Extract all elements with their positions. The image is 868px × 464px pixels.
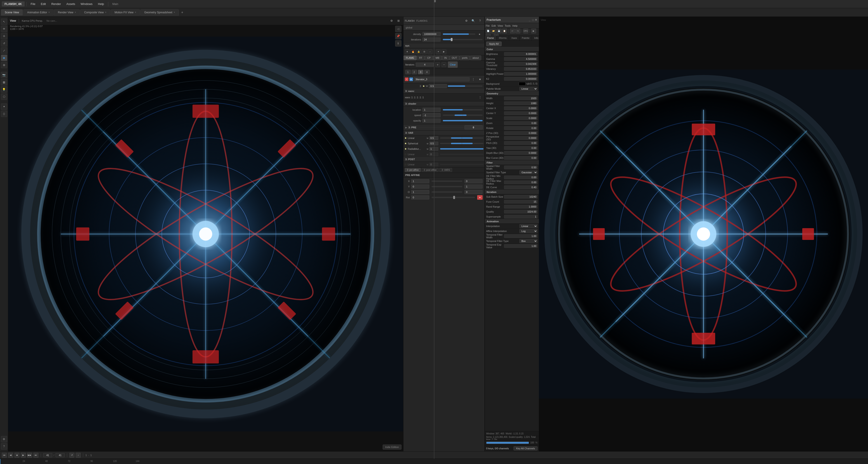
flame-search-icon[interactable]: 🔍 [470, 18, 476, 24]
affine-rot-input[interactable]: 0 [411, 195, 429, 199]
density-slider[interactable] [443, 33, 475, 35]
snap-tool[interactable]: ⊞ [1, 62, 7, 68]
frac-tb-redo[interactable]: ↪ [515, 29, 520, 33]
iterator-delete-btn[interactable]: ✕ [405, 77, 408, 81]
spatial-filter-width-input[interactable] [504, 166, 537, 169]
rand-range-input[interactable] [504, 205, 537, 208]
next-frame-btn[interactable]: ▶▶ [27, 453, 32, 458]
menu-file[interactable]: File [29, 1, 38, 6]
gamma-input[interactable] [504, 57, 537, 61]
iterator-star-icon[interactable]: ★ [477, 76, 483, 82]
vp-maximize-icon[interactable]: ⊞ [396, 18, 401, 24]
sys-grid-icon[interactable]: ⊞ [422, 49, 427, 54]
vp-settings-icon[interactable]: ⚙ [389, 18, 395, 24]
scale-tool[interactable]: ⤢ [1, 47, 7, 54]
frac-tab-palette[interactable]: Palette [520, 36, 532, 40]
affine-o2-input[interactable]: 0 [465, 190, 483, 194]
affine-y-input[interactable]: 0 [411, 185, 429, 189]
affine-x-slider[interactable] [432, 180, 462, 182]
temporal-exp-input[interactable] [504, 244, 537, 248]
frac-tab-flame[interactable]: Flame [485, 36, 497, 40]
tab-geometry-spreadsheet-close[interactable]: × [174, 11, 175, 13]
frac-tb-open[interactable]: 📂 [491, 29, 496, 33]
iterator-name-input[interactable]: 3iterator_3 [414, 77, 469, 81]
tab-render-view[interactable]: Render View × [54, 9, 80, 15]
iter-tab-2[interactable]: 2 [412, 70, 417, 74]
vp-info-btn[interactable]: ℹ [395, 40, 401, 46]
flame-tab-about[interactable]: about [470, 55, 481, 60]
tab-render-close[interactable]: × [75, 11, 76, 13]
height-input[interactable] [504, 101, 537, 105]
palette-mode-select[interactable]: Linear Log [520, 87, 537, 91]
select-tool[interactable]: ↖ [1, 19, 7, 25]
affine-x2-input[interactable]: 0 [465, 179, 483, 183]
location-slider[interactable] [443, 109, 483, 110]
loop-btn[interactable]: ↺ [69, 453, 74, 458]
frac-tb-undo[interactable]: ↩ [510, 29, 515, 33]
frac-tb-new[interactable]: 📄 [486, 29, 491, 33]
frac-tb-cpu[interactable]: CPU [523, 29, 528, 33]
tab-motion-fx-close[interactable]: × [135, 11, 136, 13]
var-star-radialblur[interactable]: ★ [404, 147, 407, 151]
affine-interp-select[interactable]: Log Linear [520, 229, 537, 233]
var-slider-spherical[interactable] [440, 143, 484, 144]
frac-tb-play[interactable]: ▶ [531, 29, 536, 33]
add-iterator-btn[interactable]: + [435, 62, 440, 67]
de-filter-min-input[interactable] [504, 175, 537, 179]
tab-animation-close[interactable]: × [49, 11, 50, 13]
z-pos-input[interactable] [504, 131, 537, 135]
var-slider-radialblur[interactable] [440, 148, 484, 150]
rotate-input[interactable] [504, 126, 537, 130]
flame-settings-icon[interactable]: ⚙ [464, 18, 469, 24]
flame-tab-ff[interactable]: FF [416, 55, 425, 60]
frac-menu-tools[interactable]: Tools [505, 24, 510, 27]
scale-input[interactable] [504, 117, 537, 120]
frac-tb-save[interactable]: 💾 [497, 29, 502, 33]
help-tool[interactable]: ? [1, 443, 7, 450]
center-y-input[interactable] [504, 111, 537, 115]
de-curve-input[interactable] [504, 186, 537, 189]
iter-tab-1[interactable]: 1 [405, 70, 411, 74]
weight-value-input[interactable]: 0.5 [429, 84, 447, 88]
var-star-spherical[interactable]: ★ [404, 142, 407, 145]
tab-scene-view[interactable]: Scene View [1, 9, 23, 15]
iterator-count-input[interactable]: 4 [416, 63, 434, 67]
fuse-count-input[interactable] [504, 200, 537, 203]
tab-motion-fx[interactable]: Motion FX View × [111, 9, 140, 15]
var-value-linear[interactable]: 0.5 [429, 136, 438, 140]
translate-tool[interactable]: ✛ [1, 33, 7, 39]
depth-blur-input[interactable] [504, 151, 537, 155]
sys-lock-icon[interactable]: 🔒 [416, 49, 421, 54]
quality-input[interactable] [504, 210, 537, 213]
menu-edit[interactable]: Edit [39, 1, 48, 6]
app-title[interactable]: FLAM3H_4K [2, 1, 25, 6]
weight-slider[interactable] [448, 86, 483, 87]
menu-windows[interactable]: Windows [79, 1, 95, 6]
frac-menu-edit[interactable]: Edit [491, 24, 496, 27]
pre-affine-tab[interactable]: 3: pre affine [405, 168, 421, 172]
particle-tool[interactable]: ✦ [1, 103, 7, 110]
iterations-input[interactable]: 24 [423, 37, 440, 41]
sys-extra1[interactable]: ✦ [436, 49, 441, 54]
flame-tab-in[interactable]: IN [442, 55, 450, 60]
var-value-linear2[interactable]: 0 [429, 153, 438, 156]
var-star-linear[interactable]: ★ [404, 136, 407, 140]
sys-arrow-icon[interactable]: → [428, 49, 432, 54]
var-value-radialblur[interactable]: 1 [429, 147, 438, 151]
jump-end-btn[interactable]: ⏭ [33, 453, 38, 458]
sys-star-icon[interactable]: ★ [405, 49, 410, 54]
tab-geometry-spreadsheet[interactable]: Geometry Spreadsheet × [141, 9, 179, 15]
var-slider-linear2[interactable] [440, 154, 484, 155]
weight-star-icon[interactable]: ★ [423, 85, 425, 88]
supersample-input[interactable] [504, 215, 537, 219]
tab-animation-editor[interactable]: Animation Editor × [23, 9, 54, 15]
flame-help-icon[interactable]: ? [477, 18, 483, 24]
temporal-filter-type-select[interactable]: Box Gaussian [520, 239, 537, 243]
timeline-ruler[interactable]: 24 48 72 96 120 144 [0, 459, 868, 464]
interpolation-select[interactable]: Linear Log [520, 224, 537, 228]
iterations-slider[interactable] [443, 39, 483, 40]
frac-tab-xaos[interactable]: Xaos [509, 36, 520, 40]
vp-pin-btn[interactable]: 📌 [395, 33, 401, 39]
light-tool[interactable]: 💡 [1, 86, 7, 93]
rotate-tool[interactable]: ↺ [1, 40, 7, 46]
